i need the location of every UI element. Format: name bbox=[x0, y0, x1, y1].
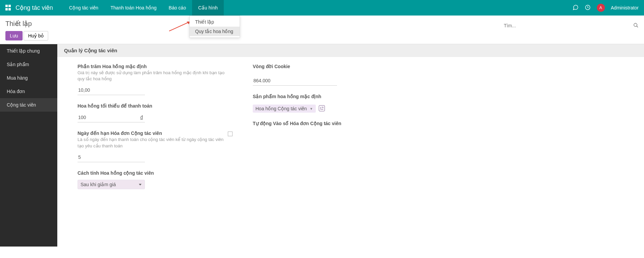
form-col-left: Phần trăm Hoa hồng mặc định Giá trị này … bbox=[78, 64, 233, 197]
form-area: Phần trăm Hoa hồng mặc định Giá trị này … bbox=[57, 57, 644, 204]
field-min-commission: Hoa hồng tối thiểu để thanh toán đ bbox=[78, 103, 233, 122]
checkbox-invoice-due-days[interactable] bbox=[228, 132, 233, 136]
sidebar-item-invoice[interactable]: Hóa đơn bbox=[0, 85, 57, 98]
app-title: Cộng tác viên bbox=[16, 4, 53, 11]
search-icon[interactable] bbox=[633, 23, 639, 29]
nav-bao-cao[interactable]: Báo cáo bbox=[163, 0, 192, 16]
sidebar-item-affiliate[interactable]: Cộng tác viên bbox=[0, 98, 57, 112]
avatar[interactable]: A bbox=[597, 4, 605, 12]
label-invoice-due-days: Ngày đến hạn Hóa đơn Cộng tác viên bbox=[78, 131, 224, 136]
caret-down-icon: ▼ bbox=[310, 107, 313, 111]
svg-point-3 bbox=[634, 23, 637, 26]
sidebar-item-product[interactable]: Sản phẩm bbox=[0, 58, 57, 71]
field-default-commission-product: Sản phẩm hoa hồng mặc định Hoa hồng Cộng… bbox=[253, 94, 408, 113]
select-commission-calc[interactable]: Sau khi giảm giá bbox=[78, 180, 145, 189]
chat-icon[interactable] bbox=[573, 4, 579, 11]
help-default-commission-pct: Giá trị này sẽ được sử dụng làm phần tră… bbox=[78, 70, 233, 82]
search-input[interactable] bbox=[504, 21, 633, 30]
topbar-right: A Administrator bbox=[573, 4, 639, 12]
label-min-commission: Hoa hồng tối thiểu để thanh toán bbox=[78, 103, 233, 109]
external-link-icon[interactable] bbox=[319, 105, 325, 111]
m2o-default-commission-product[interactable]: Hoa hồng Cộng tác viên ▼ bbox=[253, 105, 316, 113]
apps-icon[interactable] bbox=[5, 5, 11, 11]
topbar: Cộng tác viên Cộng tác viên Thanh toán H… bbox=[0, 0, 644, 16]
field-invoice-due-days: Ngày đến hạn Hóa đơn Cộng tác viên Là số… bbox=[78, 131, 233, 162]
svg-line-4 bbox=[637, 26, 638, 27]
nav-cau-hinh[interactable]: Cấu hình bbox=[192, 0, 224, 16]
label-default-commission-pct: Phần trăm Hoa hồng mặc định bbox=[78, 64, 233, 69]
cau-hinh-dropdown: Thiết lập Quy tắc hoa hồng bbox=[189, 16, 240, 38]
activity-icon[interactable] bbox=[585, 4, 591, 11]
section-header: Quản lý Cộng tác viên bbox=[57, 44, 644, 57]
page-title: Thiết lập bbox=[5, 20, 504, 28]
help-invoice-due-days: Là số ngày đến hạn thanh toán cho cộng t… bbox=[78, 137, 224, 149]
currency-symbol: đ bbox=[138, 115, 145, 120]
discard-button[interactable]: Huỷ bỏ bbox=[24, 31, 48, 40]
main: Thiết lập chung Sản phẩm Mua hàng Hóa đơ… bbox=[0, 44, 644, 247]
user-name[interactable]: Administrator bbox=[611, 5, 639, 10]
m2o-value: Hoa hồng Cộng tác viên bbox=[255, 106, 307, 111]
label-cookie-lifetime: Vòng đời Cookie bbox=[253, 64, 408, 69]
top-nav: Cộng tác viên Thanh toán Hoa hồng Báo cá… bbox=[63, 0, 224, 16]
field-cookie-lifetime: Vòng đời Cookie bbox=[253, 64, 408, 86]
form-col-right: Vòng đời Cookie Sản phẩm hoa hồng mặc đị… bbox=[253, 64, 408, 197]
field-commission-calc: Cách tính Hoa hồng cộng tác viên Sau khi… bbox=[78, 170, 233, 189]
input-invoice-due-days[interactable] bbox=[78, 152, 145, 162]
field-auto-post-invoice: Tự động Vào sổ Hóa đơn Cộng tác viên bbox=[253, 121, 408, 126]
content: Quản lý Cộng tác viên Phần trăm Hoa hồng… bbox=[57, 44, 644, 247]
dropdown-quy-tac[interactable]: Quy tắc hoa hồng bbox=[190, 27, 240, 36]
input-cookie-lifetime[interactable] bbox=[253, 76, 337, 86]
label-commission-calc: Cách tính Hoa hồng cộng tác viên bbox=[78, 170, 233, 176]
field-default-commission-pct: Phần trăm Hoa hồng mặc định Giá trị này … bbox=[78, 64, 233, 95]
input-default-commission-pct[interactable] bbox=[78, 85, 145, 95]
settings-sidebar: Thiết lập chung Sản phẩm Mua hàng Hóa đơ… bbox=[0, 44, 57, 247]
save-button[interactable]: Lưu bbox=[5, 31, 23, 40]
control-panel: Thiết lập Lưu Huỷ bỏ bbox=[0, 16, 644, 44]
input-min-commission[interactable] bbox=[78, 113, 138, 122]
nav-thanh-toan[interactable]: Thanh toán Hoa hồng bbox=[104, 0, 163, 16]
label-auto-post-invoice: Tự động Vào sổ Hóa đơn Cộng tác viên bbox=[253, 121, 408, 126]
sidebar-item-general[interactable]: Thiết lập chung bbox=[0, 44, 57, 58]
dropdown-thiet-lap[interactable]: Thiết lập bbox=[190, 17, 240, 27]
sidebar-item-purchase[interactable]: Mua hàng bbox=[0, 71, 57, 85]
nav-cong-tac-vien[interactable]: Cộng tác viên bbox=[63, 0, 104, 16]
label-default-commission-product: Sản phẩm hoa hồng mặc định bbox=[253, 94, 408, 99]
